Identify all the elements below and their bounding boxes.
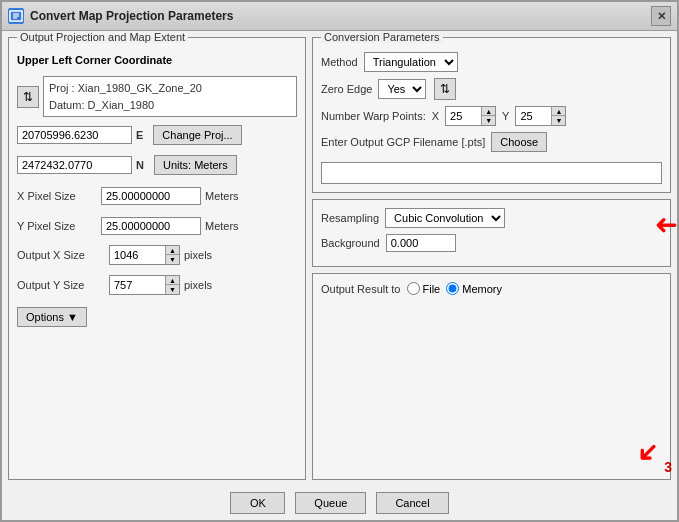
options-row: Options ▼ <box>17 307 297 327</box>
window-title: Convert Map Projection Parameters <box>30 9 233 23</box>
gcp-filename-input[interactable] <box>321 162 662 184</box>
resampling-label: Resampling <box>321 212 379 224</box>
warp-x-label: X <box>432 110 439 122</box>
warp-row: Number Warp Points: X ▲ ▼ Y ▲ <box>321 106 662 126</box>
x-pixel-unit: Meters <box>205 190 239 202</box>
file-radio[interactable] <box>407 282 420 295</box>
output-y-spinner: ▲ ▼ <box>109 275 180 295</box>
resampling-section: Resampling Cubic Convolution Nearest Nei… <box>312 199 671 267</box>
cancel-button[interactable]: Cancel <box>376 492 448 514</box>
memory-radio-label[interactable]: Memory <box>446 282 502 295</box>
method-label: Method <box>321 56 358 68</box>
memory-label: Memory <box>462 283 502 295</box>
queue-button[interactable]: Queue <box>295 492 366 514</box>
proj-display: Proj : Xian_1980_GK_Zone_20 Datum: D_Xia… <box>43 76 297 117</box>
output-y-input[interactable] <box>110 277 165 293</box>
window-icon <box>8 8 24 24</box>
warp-x-down[interactable]: ▼ <box>481 116 495 125</box>
output-label: Output Result to <box>321 283 401 295</box>
title-bar: Convert Map Projection Parameters ✕ <box>2 2 677 31</box>
change-proj-button[interactable]: Change Proj... <box>153 125 241 145</box>
conv-section-label: Conversion Parameters <box>321 31 443 43</box>
zero-edge-row: Zero Edge Yes No ⇅ <box>321 78 662 100</box>
warp-y-label: Y <box>502 110 509 122</box>
coord-e-input[interactable] <box>17 126 132 144</box>
warp-x-spinner: ▲ ▼ <box>445 106 496 126</box>
arrow3-annotation: ➜ <box>629 433 669 473</box>
choose-button[interactable]: Choose <box>491 132 547 152</box>
output-x-label: Output X Size <box>17 249 105 261</box>
output-y-down[interactable]: ▼ <box>165 285 179 294</box>
output-row: Output Result to File Memory <box>321 282 662 295</box>
zero-edge-select[interactable]: Yes No <box>378 79 426 99</box>
gcp-row: Enter Output GCP Filename [.pts] Choose <box>321 132 662 152</box>
proj-line2: Datum: D_Xian_1980 <box>49 97 291 114</box>
y-pixel-row: Y Pixel Size Meters <box>17 217 297 235</box>
file-label: File <box>423 283 441 295</box>
warp-y-up[interactable]: ▲ <box>551 107 565 116</box>
proj-swap-button[interactable]: ⇅ <box>17 86 39 108</box>
footer: OK Queue Cancel <box>2 486 677 520</box>
output-y-unit: pixels <box>184 279 212 291</box>
output-y-up[interactable]: ▲ <box>165 276 179 285</box>
upper-left-label: Upper Left Corner Coordinate <box>17 54 297 66</box>
memory-radio[interactable] <box>446 282 459 295</box>
output-x-row: Output X Size ▲ ▼ pixels <box>17 245 297 265</box>
y-pixel-label: Y Pixel Size <box>17 220 97 232</box>
output-y-row: Output Y Size ▲ ▼ pixels <box>17 275 297 295</box>
method-select[interactable]: Triangulation <box>364 52 458 72</box>
background-input[interactable] <box>386 234 456 252</box>
left-section: Output Projection and Map Extent Upper L… <box>8 37 306 480</box>
background-label: Background <box>321 237 380 249</box>
gcp-label: Enter Output GCP Filename [.pts] <box>321 136 485 148</box>
x-pixel-input[interactable] <box>101 187 201 205</box>
output-x-up[interactable]: ▲ <box>165 246 179 255</box>
file-radio-label[interactable]: File <box>407 282 441 295</box>
y-pixel-unit: Meters <box>205 220 239 232</box>
units-button[interactable]: Units: Meters <box>154 155 237 175</box>
warp-y-down[interactable]: ▼ <box>551 116 565 125</box>
close-button[interactable]: ✕ <box>651 6 671 26</box>
coord-n-input[interactable] <box>17 156 132 174</box>
output-y-label: Output Y Size <box>17 279 105 291</box>
ok-button[interactable]: OK <box>230 492 285 514</box>
y-pixel-input[interactable] <box>101 217 201 235</box>
x-pixel-label: X Pixel Size <box>17 190 97 202</box>
zero-edge-swap[interactable]: ⇅ <box>434 78 456 100</box>
output-section: Output Result to File Memory ➜ 3 <box>312 273 671 480</box>
warp-x-input[interactable] <box>446 108 481 124</box>
warp-x-up[interactable]: ▲ <box>481 107 495 116</box>
proj-line1: Proj : Xian_1980_GK_Zone_20 <box>49 80 291 97</box>
conversion-section: Conversion Parameters Method Triangulati… <box>312 37 671 193</box>
warp-label: Number Warp Points: <box>321 110 426 122</box>
method-row: Method Triangulation <box>321 52 662 72</box>
left-section-label: Output Projection and Map Extent <box>17 31 188 43</box>
resampling-row: Resampling Cubic Convolution Nearest Nei… <box>321 208 662 228</box>
main-window: Convert Map Projection Parameters ✕ Outp… <box>0 0 679 522</box>
output-x-spinner: ▲ ▼ <box>109 245 180 265</box>
output-x-down[interactable]: ▼ <box>165 255 179 264</box>
coord-n-label: N <box>136 159 144 171</box>
proj-swap-row: ⇅ Proj : Xian_1980_GK_Zone_20 Datum: D_X… <box>17 76 297 117</box>
right-panel: Conversion Parameters Method Triangulati… <box>312 37 671 480</box>
output-x-input[interactable] <box>110 247 165 263</box>
options-button[interactable]: Options ▼ <box>17 307 87 327</box>
window-body: Output Projection and Map Extent Upper L… <box>2 31 677 486</box>
background-row: Background <box>321 234 662 252</box>
coord-e-row: E Change Proj... <box>17 125 297 145</box>
x-pixel-row: X Pixel Size Meters <box>17 187 297 205</box>
zero-edge-label: Zero Edge <box>321 83 372 95</box>
coord-n-row: N Units: Meters <box>17 155 297 175</box>
warp-y-input[interactable] <box>516 108 551 124</box>
warp-y-spinner: ▲ ▼ <box>515 106 566 126</box>
num3-badge: 3 <box>664 459 672 475</box>
coord-e-label: E <box>136 129 143 141</box>
output-x-unit: pixels <box>184 249 212 261</box>
resampling-select[interactable]: Cubic Convolution Nearest Neighbor Bilin… <box>385 208 505 228</box>
